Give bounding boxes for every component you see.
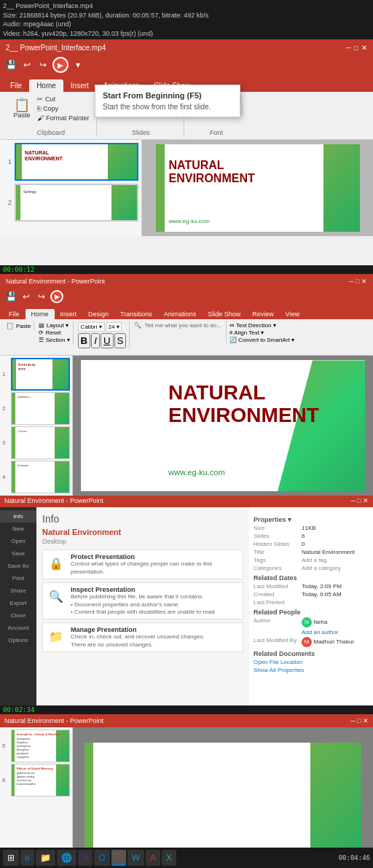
excel-button[interactable]: X bbox=[162, 850, 176, 866]
sidebar-item-options[interactable]: Options bbox=[0, 634, 36, 646]
created-label: Created bbox=[254, 591, 297, 598]
sidebar-item-export[interactable]: Export bbox=[0, 597, 36, 609]
paste-button[interactable]: 📋 Paste bbox=[10, 97, 34, 120]
access-button[interactable]: A bbox=[146, 850, 160, 866]
ribbon-content-2: 📋 Paste ▤ Layout ▾ ⟳ Reset ☰ Section ▾ C… bbox=[0, 319, 373, 356]
slide-thumb-1[interactable]: NATURALENV bbox=[11, 358, 70, 391]
slide-item-4: 4 Content... bbox=[2, 461, 70, 493]
tab-home-2[interactable]: Home bbox=[25, 309, 55, 319]
ie-button[interactable]: e bbox=[20, 850, 34, 866]
last-modified-by-label: Last Modified By bbox=[254, 637, 297, 647]
slide-item-2: 2 Definition... bbox=[2, 392, 70, 425]
access-icon: A bbox=[150, 853, 156, 863]
tab-file-2[interactable]: File bbox=[3, 309, 25, 319]
slide-thumb-4[interactable]: Content... bbox=[11, 461, 70, 493]
cut-button[interactable]: ✂ Cut bbox=[35, 95, 92, 103]
tab-slideshow-2[interactable]: Slide Show bbox=[202, 309, 246, 319]
underline-btn-2[interactable]: U bbox=[101, 333, 114, 348]
sidebar-item-account[interactable]: Account bbox=[0, 622, 36, 634]
tab-transitions-2[interactable]: Transitions bbox=[114, 309, 158, 319]
last-modified-val: Today, 2:09 PM bbox=[302, 583, 342, 590]
related-dates-list: Last Modified Today, 2:09 PM Created Tod… bbox=[254, 583, 369, 606]
tab-insert-1[interactable]: Insert bbox=[63, 79, 96, 92]
tab-design-2[interactable]: Design bbox=[82, 309, 114, 319]
sidebar-item-save[interactable]: Save bbox=[0, 547, 36, 560]
protect-card[interactable]: 🔒 Protect Presentation Control what type… bbox=[42, 550, 243, 579]
taskbar-time: 00:04:46 bbox=[339, 854, 370, 861]
copy-button[interactable]: ⎘ Copy bbox=[35, 104, 92, 113]
sidebar-item-new[interactable]: New bbox=[0, 523, 36, 535]
chrome-icon: 🌐 bbox=[61, 853, 72, 863]
save-icon[interactable]: 💾 bbox=[4, 58, 17, 71]
manage-card[interactable]: 📁 Manage Presentation Check in, check ou… bbox=[42, 622, 243, 652]
redo-icon[interactable]: ↪ bbox=[36, 58, 50, 71]
outlook-button[interactable]: O bbox=[94, 850, 109, 866]
sidebar-item-open[interactable]: Open bbox=[0, 535, 36, 547]
slide-thumb-3[interactable]: Climate bbox=[11, 426, 70, 459]
tab-insert-2[interactable]: Insert bbox=[55, 309, 83, 319]
section4-powerpoint: Natural Environment - PowerPoint ─ □ ✕ 5… bbox=[0, 714, 373, 868]
paste-icon: 📋 bbox=[14, 98, 30, 112]
last-modified-by-val: M Madhuri Thakur bbox=[302, 637, 354, 647]
search-text[interactable]: Tell me what you want to do... bbox=[144, 322, 221, 329]
sidebar-item-info[interactable]: Info bbox=[0, 510, 36, 523]
present-icon[interactable]: ▶ bbox=[52, 57, 68, 73]
layout-btn[interactable]: ▤ Layout ▾ bbox=[39, 322, 69, 329]
word-button[interactable]: W bbox=[127, 850, 144, 866]
add-author-link[interactable]: Add an author bbox=[302, 629, 338, 636]
format-painter-icon: 🖌 bbox=[37, 114, 44, 122]
font-name-2[interactable]: Calibri ▾ bbox=[78, 322, 105, 332]
redo-icon-2[interactable]: ↪ bbox=[35, 290, 48, 303]
tab-home-1[interactable]: Home bbox=[29, 79, 63, 92]
strikethrough-btn-2[interactable]: S bbox=[114, 333, 127, 348]
customize-icon[interactable]: ▾ bbox=[71, 58, 85, 71]
sidebar-item-share[interactable]: Share bbox=[0, 584, 36, 597]
undo-icon[interactable]: ↩ bbox=[20, 58, 34, 71]
undo-icon-2[interactable]: ↩ bbox=[20, 290, 33, 303]
paste-btn-2[interactable]: 📋 bbox=[6, 322, 14, 329]
font-size-2[interactable]: 24 ▾ bbox=[106, 322, 122, 332]
tab-file-1[interactable]: File bbox=[3, 79, 29, 92]
format-painter-button[interactable]: 🖌 Format Painter bbox=[35, 114, 92, 122]
prop-size: Size 11KB bbox=[254, 525, 369, 531]
save-icon-2[interactable]: 💾 bbox=[4, 290, 17, 303]
info-cards: 🔒 Protect Presentation Control what type… bbox=[42, 550, 243, 652]
clipboard-group-1: 📋 Paste ✂ Cut ⎘ Copy 🖌 Format Painter bbox=[6, 95, 97, 136]
slide6-content: global temp riseglaciers meltingsea leve… bbox=[17, 772, 36, 786]
tab-review-2[interactable]: Review bbox=[246, 309, 280, 319]
text-direction-btn[interactable]: ⇔ Text Direction ▾ bbox=[229, 322, 294, 329]
inspect-card[interactable]: 🔍 Inspect Presentation Before publishing… bbox=[42, 582, 243, 619]
powerpoint-button[interactable]: P bbox=[111, 850, 126, 866]
onenote-button[interactable]: N bbox=[78, 850, 93, 866]
protect-desc: Control what types of changes people can… bbox=[71, 560, 240, 576]
tab-view-2[interactable]: View bbox=[280, 309, 305, 319]
start-button[interactable]: ⊞ bbox=[3, 850, 19, 866]
open-location-link[interactable]: Open File Location bbox=[254, 659, 302, 665]
sidebar-item-close[interactable]: Close bbox=[0, 609, 36, 622]
slide-thumbnail-1[interactable]: NATURALENVIRONMENT bbox=[15, 143, 138, 181]
slide-thumb-2[interactable]: Definition... bbox=[11, 392, 70, 425]
title-text-1: 2__ PowerPoint_Interface.mp4 bbox=[6, 44, 106, 52]
prop-title: Title Natural Environment bbox=[254, 549, 369, 555]
show-all-link[interactable]: Show All Properties bbox=[254, 667, 304, 673]
reset-btn-2[interactable]: ⟳ Reset bbox=[39, 329, 69, 336]
last-modified-label: Last Modified bbox=[254, 583, 297, 590]
italic-btn-2[interactable]: I bbox=[91, 333, 100, 348]
slide-thumbnail-2[interactable]: Settings bbox=[15, 184, 138, 222]
present-icon-2[interactable]: ▶ bbox=[50, 290, 63, 303]
hidden-val: 0 bbox=[302, 541, 305, 547]
chrome-button[interactable]: 🌐 bbox=[57, 850, 76, 866]
sidebar-item-saveas[interactable]: Save As bbox=[0, 560, 36, 572]
convert-smartart-btn[interactable]: 🔄 Convert to SmartArt ▾ bbox=[229, 337, 294, 343]
tab-animations-2[interactable]: Animations bbox=[158, 309, 203, 319]
explorer-button[interactable]: 📁 bbox=[36, 850, 55, 866]
section-btn-2[interactable]: ☰ Section ▾ bbox=[39, 337, 69, 343]
bold-btn-2[interactable]: B bbox=[78, 333, 91, 348]
slide-thumb-5[interactable]: Ionosphere, Climate & Weather atmosphere… bbox=[11, 730, 70, 762]
align-text-btn[interactable]: ≡ Align Text ▾ bbox=[229, 329, 294, 336]
sidebar-item-print[interactable]: Print bbox=[0, 572, 36, 584]
text-direction-group: ⇔ Text Direction ▾ ≡ Align Text ▾ 🔄 Conv… bbox=[226, 321, 297, 345]
search-icon: 🔍 bbox=[134, 322, 141, 329]
slide-thumb-6[interactable]: Effects of Global Warming global temp ri… bbox=[11, 764, 70, 797]
slide5-content: atmospherebiospherehydrospherelithospher… bbox=[17, 738, 31, 759]
